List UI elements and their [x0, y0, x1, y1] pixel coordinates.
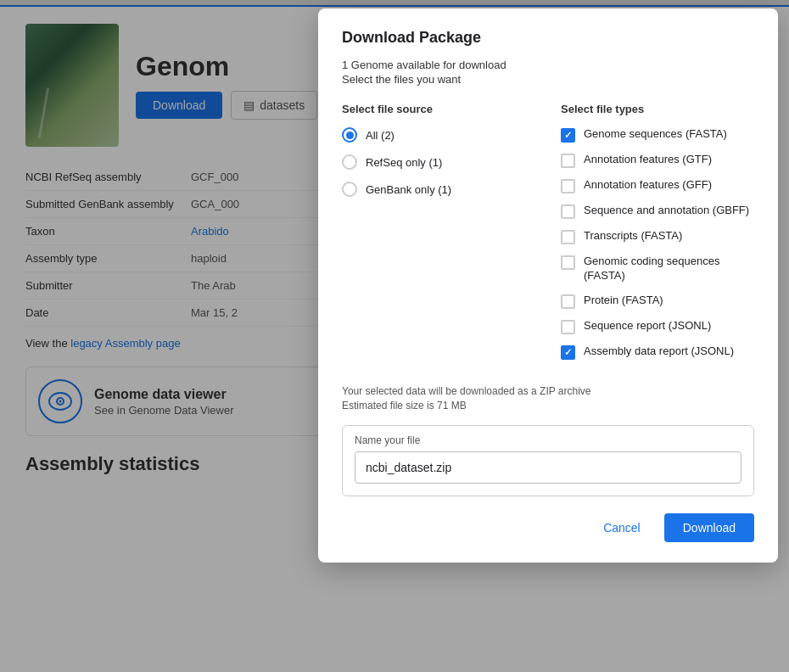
checkbox-annot-gtf-indicator [561, 154, 575, 168]
cancel-button[interactable]: Cancel [590, 513, 654, 542]
checkbox-genomic-coding-indicator [561, 255, 575, 270]
radio-refseq-label: RefSeq only (1) [366, 156, 442, 169]
download-dialog: Download Package 1 Genome available for … [318, 8, 778, 563]
checkbox-transcripts-label: Transcripts (FASTA) [584, 229, 682, 244]
checkbox-genome-seq[interactable]: Genome sequences (FASTA) [561, 127, 754, 143]
radio-refseq-indicator [342, 154, 357, 170]
checkbox-protein[interactable]: Protein (FASTA) [561, 294, 754, 309]
dialog-title: Download Package [342, 29, 754, 47]
checkbox-seq-report[interactable]: Sequence report (JSONL) [561, 319, 754, 334]
checkbox-assembly-report-indicator [561, 345, 575, 360]
radio-genbank[interactable]: GenBank only (1) [342, 182, 535, 197]
checkbox-seq-annot-gbff-indicator [561, 204, 575, 219]
file-source-header: Select file source [342, 103, 535, 115]
checkbox-genome-seq-indicator [561, 128, 575, 143]
file-name-legend: Name your file [355, 434, 741, 446]
checkbox-annot-gff-indicator [561, 179, 575, 193]
checkbox-seq-annot-gbff-label: Sequence and annotation (GBFF) [584, 204, 749, 218]
file-name-input[interactable] [355, 451, 741, 484]
dialog-footer: Cancel Download [342, 513, 754, 542]
radio-all[interactable]: All (2) [342, 127, 535, 143]
radio-genbank-label: GenBank only (1) [366, 183, 451, 196]
checkbox-protein-label: Protein (FASTA) [584, 294, 663, 308]
checkbox-genomic-coding-label: Genomic coding sequences (FASTA) [584, 255, 754, 283]
file-types-header: Select file types [561, 103, 754, 115]
checkbox-genome-seq-label: Genome sequences (FASTA) [584, 127, 727, 142]
file-name-section: Name your file [342, 425, 754, 496]
dialog-columns: Select file source All (2) RefSeq only (… [342, 103, 754, 370]
checkbox-transcripts[interactable]: Transcripts (FASTA) [561, 229, 754, 244]
radio-all-indicator [342, 127, 357, 143]
zip-archive-info: Your selected data will be downloaded as… [342, 385, 754, 397]
dialog-subtitle2: Select the files you want [342, 73, 754, 86]
dialog-subtitle1: 1 Genome available for download [342, 59, 754, 71]
checkbox-annot-gtf[interactable]: Annotation features (GTF) [561, 153, 754, 168]
checkbox-annot-gff[interactable]: Annotation features (GFF) [561, 178, 754, 193]
checkbox-assembly-report-label: Assembly data report (JSONL) [584, 344, 734, 359]
radio-all-label: All (2) [366, 129, 394, 142]
checkbox-protein-indicator [561, 294, 575, 309]
dialog-download-button[interactable]: Download [664, 513, 754, 542]
checkbox-annot-gff-label: Annotation features (GFF) [584, 178, 712, 193]
checkbox-seq-annot-gbff[interactable]: Sequence and annotation (GBFF) [561, 204, 754, 219]
radio-genbank-indicator [342, 182, 357, 197]
checkbox-seq-report-label: Sequence report (JSONL) [584, 319, 711, 333]
checkbox-assembly-report[interactable]: Assembly data report (JSONL) [561, 344, 754, 360]
checkbox-transcripts-indicator [561, 230, 575, 244]
checkbox-seq-report-indicator [561, 320, 575, 334]
radio-refseq[interactable]: RefSeq only (1) [342, 154, 535, 170]
checkbox-annot-gtf-label: Annotation features (GTF) [584, 153, 712, 167]
checkbox-genomic-coding[interactable]: Genomic coding sequences (FASTA) [561, 255, 754, 283]
file-source-column: Select file source All (2) RefSeq only (… [342, 103, 535, 370]
file-size-info: Estimated file size is 71 MB [342, 400, 754, 412]
file-types-column: Select file types Genome sequences (FAST… [561, 103, 754, 370]
